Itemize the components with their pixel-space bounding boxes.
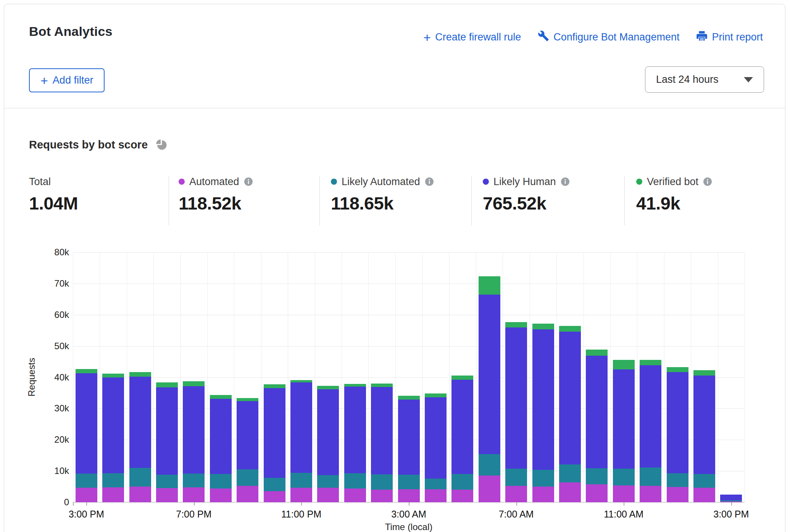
info-icon[interactable] — [244, 177, 253, 186]
segment-automated[interactable] — [156, 488, 178, 502]
info-icon[interactable] — [561, 177, 570, 186]
stat-automated[interactable]: Automated 118.52k — [179, 175, 253, 214]
bar-900pm[interactable] — [237, 398, 258, 502]
segment-likely-human[interactable] — [398, 400, 420, 475]
segment-likely-human[interactable] — [451, 380, 473, 474]
segment-verified-bot[interactable] — [210, 395, 232, 399]
segment-verified-bot[interactable] — [317, 386, 339, 390]
stat-verified-bot[interactable]: Verified bot 41.9k — [636, 175, 712, 214]
segment-verified-bot[interactable] — [371, 384, 393, 387]
bar-1100pm[interactable] — [290, 380, 312, 502]
segment-verified-bot[interactable] — [183, 381, 205, 386]
segment-likely-automated[interactable] — [290, 473, 312, 488]
segment-likely-automated[interactable] — [667, 473, 688, 487]
segment-likely-human[interactable] — [264, 388, 285, 478]
segment-likely-automated[interactable] — [505, 469, 527, 486]
segment-likely-automated[interactable] — [451, 474, 473, 490]
segment-automated[interactable] — [532, 487, 554, 502]
segment-likely-human[interactable] — [667, 372, 688, 473]
bar-700am[interactable] — [505, 322, 527, 502]
segment-likely-human[interactable] — [237, 401, 258, 469]
segment-likely-human[interactable] — [613, 369, 635, 469]
bar-200pm[interactable] — [693, 370, 715, 502]
segment-likely-automated[interactable] — [640, 468, 661, 486]
segment-verified-bot[interactable] — [425, 393, 447, 397]
segment-likely-automated[interactable] — [210, 474, 232, 489]
segment-likely-human[interactable] — [76, 373, 97, 474]
segment-verified-bot[interactable] — [237, 398, 258, 401]
bar-700pm[interactable] — [183, 381, 205, 502]
segment-likely-automated[interactable] — [613, 469, 635, 485]
bar-200am[interactable] — [371, 384, 393, 502]
bar-800pm[interactable] — [210, 395, 232, 502]
bar-500pm[interactable] — [129, 372, 151, 502]
segment-likely-automated[interactable] — [371, 474, 393, 490]
segment-likely-automated[interactable] — [693, 474, 715, 488]
segment-verified-bot[interactable] — [613, 360, 635, 369]
segment-likely-human[interactable] — [505, 327, 527, 469]
segment-automated[interactable] — [398, 489, 420, 502]
segment-verified-bot[interactable] — [479, 276, 500, 295]
segment-automated[interactable] — [183, 487, 205, 502]
segment-likely-automated[interactable] — [398, 475, 420, 490]
segment-automated[interactable] — [559, 482, 581, 502]
segment-automated[interactable] — [425, 489, 447, 502]
create-firewall-rule-link[interactable]: + Create firewall rule — [423, 31, 521, 43]
segment-likely-human[interactable] — [693, 376, 715, 474]
segment-likely-human[interactable] — [425, 397, 447, 479]
segment-likely-automated[interactable] — [586, 468, 608, 485]
segment-likely-automated[interactable] — [264, 478, 285, 491]
segment-automated[interactable] — [237, 486, 258, 502]
bar-300pm[interactable] — [720, 495, 742, 502]
add-filter-button[interactable]: + Add filter — [29, 68, 105, 92]
segment-automated[interactable] — [210, 488, 232, 502]
segment-likely-automated[interactable] — [237, 469, 258, 486]
info-icon[interactable] — [703, 177, 712, 186]
segment-likely-human[interactable] — [210, 399, 232, 474]
segment-verified-bot[interactable] — [398, 396, 420, 400]
bar-100am[interactable] — [344, 384, 366, 502]
bar-600pm[interactable] — [156, 382, 178, 502]
bar-900am[interactable] — [559, 326, 581, 502]
segment-likely-automated[interactable] — [156, 475, 178, 488]
segment-automated[interactable] — [76, 488, 97, 503]
segment-likely-human[interactable] — [102, 377, 124, 473]
segment-automated[interactable] — [344, 488, 366, 502]
segment-verified-bot[interactable] — [532, 324, 554, 329]
bar-1200am[interactable] — [317, 386, 339, 502]
bar-1000am[interactable] — [586, 350, 608, 502]
segment-likely-automated[interactable] — [129, 468, 151, 487]
segment-likely-automated[interactable] — [102, 473, 124, 487]
segment-verified-bot[interactable] — [344, 384, 366, 387]
bar-300am[interactable] — [398, 396, 420, 502]
segment-automated[interactable] — [290, 488, 312, 503]
segment-likely-automated[interactable] — [76, 474, 97, 488]
segment-likely-automated[interactable] — [559, 464, 581, 483]
segment-verified-bot[interactable] — [667, 367, 688, 372]
segment-verified-bot[interactable] — [505, 322, 527, 327]
segment-likely-human[interactable] — [532, 329, 554, 470]
stat-likely-human[interactable]: Likely Human 765.52k — [483, 175, 570, 214]
segment-automated[interactable] — [371, 490, 393, 502]
segment-likely-human[interactable] — [720, 495, 742, 500]
segment-likely-human[interactable] — [371, 387, 393, 474]
configure-bot-management-link[interactable]: Configure Bot Management — [538, 30, 679, 44]
bar-1200pm[interactable] — [640, 360, 661, 502]
segment-automated[interactable] — [479, 476, 500, 502]
segment-automated[interactable] — [317, 488, 339, 502]
segment-automated[interactable] — [264, 491, 285, 503]
segment-verified-bot[interactable] — [76, 369, 97, 373]
segment-automated[interactable] — [451, 490, 473, 502]
segment-verified-bot[interactable] — [559, 326, 581, 332]
bar-400am[interactable] — [425, 393, 447, 502]
segment-likely-human[interactable] — [559, 332, 581, 464]
bar-1000pm[interactable] — [264, 384, 285, 502]
segment-automated[interactable] — [505, 486, 527, 502]
bar-600am[interactable] — [479, 276, 500, 502]
info-icon[interactable] — [425, 177, 434, 186]
segment-likely-human[interactable] — [640, 365, 661, 468]
print-report-link[interactable]: Print report — [696, 30, 763, 44]
bar-500am[interactable] — [451, 376, 473, 502]
segment-automated[interactable] — [667, 487, 688, 502]
segment-verified-bot[interactable] — [451, 376, 473, 380]
